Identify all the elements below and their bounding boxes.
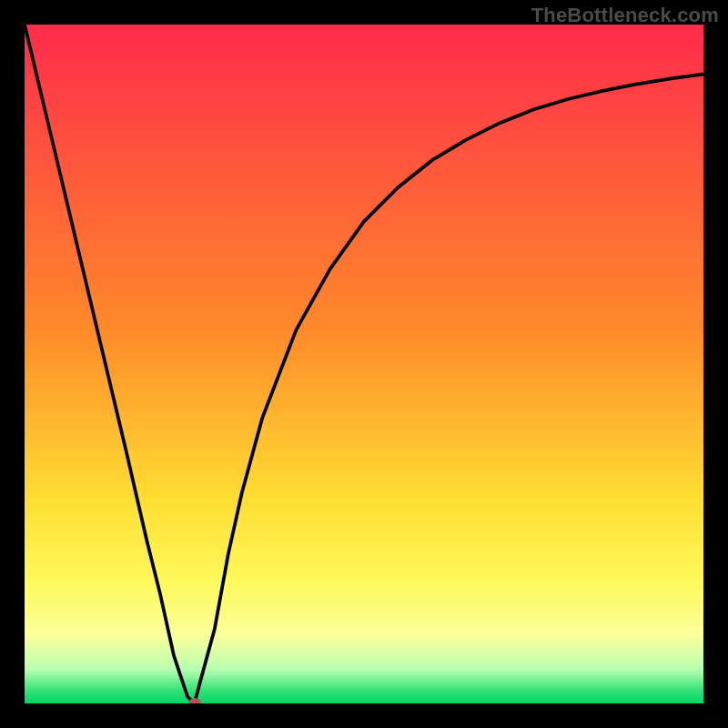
plot-area (25, 25, 703, 703)
gradient-background (25, 25, 703, 703)
svg-rect-0 (25, 25, 703, 703)
chart-frame: TheBottleneck.com (0, 0, 728, 728)
optimal-point-marker (188, 698, 201, 703)
